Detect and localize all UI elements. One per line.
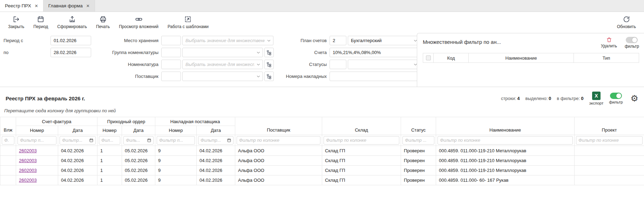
excel-icon: X xyxy=(592,92,601,100)
statuses-select[interactable] xyxy=(348,60,420,69)
column-header-invoice-date[interactable]: Дата xyxy=(58,126,97,135)
invoice-number-link[interactable]: 2602003 xyxy=(19,158,37,163)
nomen-group-tree-button[interactable] xyxy=(264,48,274,57)
tab-reestr-prh[interactable]: Реестр ПРХ ✕ xyxy=(0,0,43,12)
grid-filter-toggle[interactable] xyxy=(610,93,622,99)
filter-warehouse-input[interactable] xyxy=(324,136,399,145)
filter-vlg-input[interactable] xyxy=(2,136,14,145)
storage-select[interactable]: Выбрать значение для множественного филь… xyxy=(182,36,273,45)
chevron-down-icon xyxy=(266,38,271,43)
filter-name-input[interactable] xyxy=(438,136,573,145)
tree-icon xyxy=(266,62,272,67)
filter-column-period: Период с по xyxy=(4,36,94,87)
close-button[interactable]: Закрыть xyxy=(4,14,29,31)
filter-panel: Период с по Место хранения Выбрать значе… xyxy=(0,32,644,87)
statuses-code-input[interactable] xyxy=(330,60,346,69)
calendar-icon[interactable] xyxy=(147,138,151,143)
grid-filter-toggle-block[interactable]: фильтр xyxy=(609,93,623,104)
nomenclature-tree-button[interactable] xyxy=(264,60,274,69)
column-header-name[interactable]: Наименование xyxy=(436,117,575,135)
invoice-number-link[interactable]: 2602003 xyxy=(19,148,37,153)
filter-toggle-label: фильтр xyxy=(625,44,639,49)
supplier-cell: Альфа ООО xyxy=(235,146,322,156)
order-number-cell: 1 xyxy=(97,166,122,175)
filter-supplier-input[interactable] xyxy=(237,136,320,145)
calendar-icon[interactable] xyxy=(89,138,94,143)
column-header-warehouse[interactable]: Склад xyxy=(322,117,401,135)
generate-icon xyxy=(68,15,76,23)
registry-table: Влж Счет-фактура Приходный ордер Накладн… xyxy=(0,117,644,185)
column-header-waybill-date[interactable]: Дата xyxy=(197,126,235,135)
column-header-vlg[interactable]: Влж xyxy=(0,117,16,135)
column-header-order-number[interactable]: Номер xyxy=(97,126,122,135)
gear-icon[interactable]: ⚙ xyxy=(631,94,638,103)
column-header-name[interactable]: Наименование xyxy=(469,53,574,63)
nomen-group-code-input[interactable] xyxy=(161,48,181,57)
checkbox[interactable] xyxy=(426,55,431,60)
table-row[interactable]: 2602003 04.02.2026 1 05.02.2026 9 04.02.… xyxy=(0,156,644,166)
period-button[interactable]: Период xyxy=(29,14,53,31)
column-header-waybill-number[interactable]: Номер xyxy=(155,126,197,135)
group-header-receipt-order[interactable]: Приходный ордер xyxy=(97,117,155,126)
chart-of-accounts-code-input[interactable] xyxy=(330,36,346,45)
print-button[interactable]: Печать xyxy=(91,14,114,31)
generate-button[interactable]: Сформировать xyxy=(53,14,91,31)
chart-of-accounts-select[interactable]: Бухгалтерский xyxy=(348,36,420,45)
close-icon[interactable]: ✕ xyxy=(86,4,90,8)
nomenclature-code-input[interactable] xyxy=(161,60,181,69)
storage-label: Место хранения xyxy=(98,38,158,43)
invoice-number-link[interactable]: 2602003 xyxy=(19,168,37,173)
delete-button[interactable]: Удалить xyxy=(601,37,617,48)
filter-column-nomenclature: Место хранения Выбрать значение для множ… xyxy=(98,36,276,87)
column-header-project[interactable]: Проект xyxy=(575,117,644,135)
filter-project-input[interactable] xyxy=(576,136,643,145)
tab-bar: Реестр ПРХ ✕ Главная форма ✕ xyxy=(0,0,644,12)
column-header-order-date[interactable]: Дата xyxy=(122,126,155,135)
column-header-code[interactable]: Код xyxy=(434,53,469,63)
grid-stats: строки:4 выделено:0 в фильтре:0 X экспор… xyxy=(501,92,638,105)
group-header-invoice[interactable]: Счет-фактура xyxy=(16,117,97,126)
panel-filter-toggle-block[interactable]: фильтр xyxy=(625,37,639,49)
button-label: Закрыть xyxy=(8,24,24,29)
filter-invoice-number-input[interactable] xyxy=(18,136,56,145)
supplier-tree-button[interactable] xyxy=(264,72,274,81)
column-header-supplier[interactable]: Поставщик xyxy=(235,117,322,135)
filter-waybill-number-input[interactable] xyxy=(157,136,195,145)
supplier-cell: Альфа ООО xyxy=(235,156,322,166)
close-icon[interactable]: ✕ xyxy=(35,4,38,8)
nomenclature-select[interactable]: Выбрать значение для множественного ф.. xyxy=(182,60,263,69)
storage-code-input[interactable] xyxy=(161,36,181,45)
waybill-number-cell: 9 xyxy=(155,156,197,166)
column-header-type[interactable]: Тип xyxy=(574,53,639,63)
name-cell: 000.4859. 011.000- 60- 167 Рукав xyxy=(436,175,575,185)
warehouse-cell: Склад ГП xyxy=(322,156,401,166)
period-to-input[interactable] xyxy=(50,48,91,57)
group-header-supplier-waybill[interactable]: Накладная поставщика xyxy=(155,117,235,126)
button-label: Период xyxy=(33,24,48,29)
column-header-invoice-number[interactable]: Номер xyxy=(16,126,58,135)
waybill-numbers-input[interactable] xyxy=(330,72,420,81)
export-button[interactable]: X экспорт xyxy=(589,92,603,105)
column-header-status[interactable]: Статус xyxy=(401,117,436,135)
table-row[interactable]: 2602003 04.02.2026 1 05.02.2026 9 04.02.… xyxy=(0,166,644,175)
calendar-icon[interactable] xyxy=(227,138,231,143)
filter-toggle[interactable] xyxy=(626,37,638,43)
table-row[interactable]: 2602003 04.02.2026 1 05.02.2026 9 04.02.… xyxy=(0,175,644,185)
refresh-button[interactable]: Обновить xyxy=(612,14,640,31)
multi-filter-table: Код Наименование Тип xyxy=(423,53,639,63)
templates-button[interactable]: Работа с шаблонами xyxy=(163,14,213,31)
supplier-code-input[interactable] xyxy=(161,72,181,81)
tab-glavnaya-forma[interactable]: Главная форма ✕ xyxy=(43,0,95,12)
supplier-select[interactable] xyxy=(182,72,263,81)
filter-order-number-input[interactable] xyxy=(99,136,120,145)
nomen-group-select[interactable] xyxy=(182,48,263,57)
filter-status-input[interactable] xyxy=(402,136,434,145)
group-by-hint[interactable]: Перетащите сюда колонку для группировки … xyxy=(0,107,644,117)
accounts-input[interactable] xyxy=(330,48,420,57)
invoice-number-link[interactable]: 2602003 xyxy=(19,178,37,183)
attachments-button[interactable]: Просмотр вложений xyxy=(114,14,163,31)
accounts-label: Счета xyxy=(280,50,327,55)
period-from-input[interactable] xyxy=(50,36,91,45)
select-all-cell[interactable] xyxy=(423,53,434,63)
table-row[interactable]: 2602003 04.02.2026 1 05.02.2026 9 04.02.… xyxy=(0,146,644,156)
